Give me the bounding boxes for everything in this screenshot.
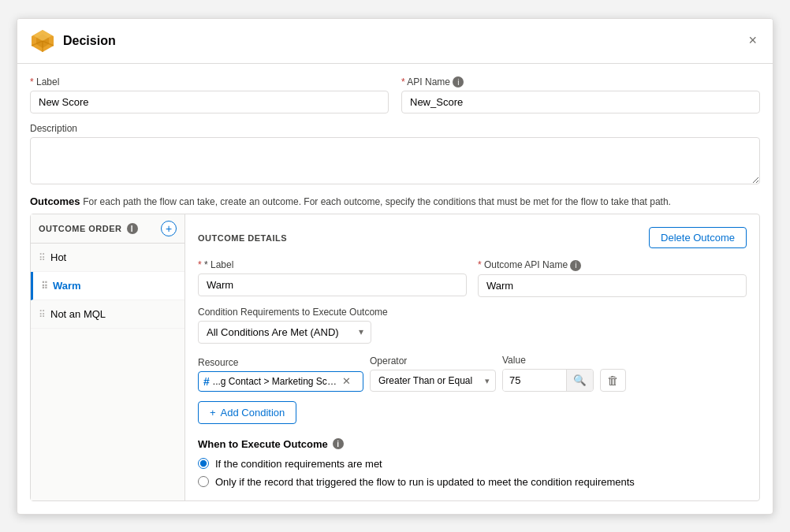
radio-item-met[interactable]: If the condition requirements are met — [198, 458, 747, 470]
sidebar-header-label: OUTCOME ORDER — [39, 224, 122, 233]
value-col: Value 🔍 — [502, 355, 594, 392]
operator-col: Operator Equals Does Not Equal Greater T… — [370, 355, 496, 392]
sidebar-label-warm: Warm — [53, 280, 81, 292]
outcome-sidebar: OUTCOME ORDER i + ⠿ Hot ⠿ Warm ⠿ Not an — [31, 214, 185, 500]
label-group: * Label — [30, 76, 389, 114]
sidebar-item-not-an-mql[interactable]: ⠿ Not an MQL — [31, 300, 184, 329]
detail-label-field-label: * * Label — [198, 259, 467, 270]
outcome-api-name-info-icon[interactable]: i — [570, 260, 581, 271]
value-search-button[interactable]: 🔍 — [566, 370, 593, 391]
label-input[interactable] — [30, 91, 389, 113]
resource-input-wrapper[interactable]: # ...g Contact > Marketing Score ✕ — [198, 371, 363, 392]
add-condition-button[interactable]: + Add Condition — [198, 401, 296, 424]
operator-label: Operator — [370, 355, 496, 366]
delete-outcome-button[interactable]: Delete Outcome — [649, 227, 747, 248]
when-to-execute-label: When to Execute Outcome i — [198, 438, 747, 450]
add-condition-plus-icon: + — [210, 407, 216, 419]
detail-label-input[interactable] — [198, 273, 467, 296]
detail-api-name-group: * Outcome API Name i — [478, 259, 747, 297]
modal-title: Decision — [63, 34, 745, 48]
condition-req-select-wrapper: All Conditions Are Met (AND) Any Conditi… — [198, 321, 371, 344]
description-label: Description — [30, 123, 760, 134]
value-label: Value — [502, 355, 594, 366]
operator-select[interactable]: Equals Does Not Equal Greater Than Great… — [370, 370, 496, 392]
sidebar-header: OUTCOME ORDER i + — [31, 214, 184, 244]
condition-req-label: Condition Requirements to Execute Outcom… — [198, 307, 747, 318]
outcomes-section: OUTCOME ORDER i + ⠿ Hot ⠿ Warm ⠿ Not an — [30, 214, 760, 501]
api-name-group: * API Name i — [401, 76, 760, 114]
when-to-execute-info-icon[interactable]: i — [333, 438, 344, 449]
close-button[interactable]: × — [745, 29, 760, 52]
radio-met-label: If the condition requirements are met — [215, 458, 382, 470]
outcomes-heading-row: Outcomes For each path the flow can take… — [30, 195, 760, 207]
sidebar-label-not-mql: Not an MQL — [50, 308, 106, 320]
detail-label-group: * * Label — [198, 259, 467, 297]
sidebar-item-warm[interactable]: ⠿ Warm — [31, 272, 184, 300]
modal-body: * Label * API Name i Description Outcome… — [17, 64, 773, 514]
sidebar-item-hot[interactable]: ⠿ Hot — [31, 244, 184, 272]
resource-text: ...g Contact > Marketing Score — [213, 376, 339, 387]
resource-label: Resource — [198, 357, 363, 368]
value-input[interactable] — [503, 370, 566, 391]
outcome-details-panel: OUTCOME DETAILS Delete Outcome * * Label… — [185, 214, 759, 500]
api-name-input[interactable] — [401, 91, 760, 113]
when-to-execute-section: When to Execute Outcome i If the conditi… — [198, 438, 747, 488]
outcome-order-info-icon[interactable]: i — [127, 223, 138, 234]
value-input-wrapper: 🔍 — [502, 369, 594, 392]
description-group: Description — [30, 123, 760, 184]
resource-clear-icon[interactable]: ✕ — [342, 375, 351, 387]
resource-hash-icon: # — [203, 375, 210, 388]
radio-met[interactable] — [198, 458, 209, 469]
drag-handle-hot-icon: ⠿ — [39, 252, 46, 263]
delete-condition-button[interactable]: 🗑 — [600, 369, 626, 392]
radio-updated[interactable] — [198, 476, 209, 487]
operator-select-wrapper: Equals Does Not Equal Greater Than Great… — [370, 370, 496, 392]
radio-item-updated[interactable]: Only if the record that triggered the fl… — [198, 476, 747, 488]
api-name-field-label: * API Name i — [401, 76, 760, 88]
label-api-row: * Label * API Name i — [30, 76, 760, 114]
radio-updated-label: Only if the record that triggered the fl… — [215, 476, 635, 488]
outcomes-description: For each path the flow can take, create … — [83, 196, 671, 207]
condition-req-group: Condition Requirements to Execute Outcom… — [198, 307, 747, 344]
drag-handle-not-mql-icon: ⠿ — [39, 309, 46, 320]
outcome-details-header: OUTCOME DETAILS Delete Outcome — [198, 227, 747, 248]
drag-handle-warm-icon: ⠿ — [41, 281, 48, 292]
label-field-label: * Label — [30, 76, 389, 87]
condition-req-select[interactable]: All Conditions Are Met (AND) Any Conditi… — [198, 321, 371, 344]
radio-group: If the condition requirements are met On… — [198, 458, 747, 488]
condition-row: Resource # ...g Contact > Marketing Scor… — [198, 355, 747, 392]
decision-logo-icon — [30, 28, 55, 54]
decision-modal: Decision × * Label * API Name i Descript… — [17, 18, 773, 515]
add-outcome-button[interactable]: + — [161, 221, 177, 236]
sidebar-label-hot: Hot — [50, 251, 66, 263]
description-textarea[interactable] — [30, 137, 760, 184]
detail-api-name-label: * Outcome API Name i — [478, 259, 747, 271]
add-condition-label: Add Condition — [221, 407, 285, 419]
outcomes-label: Outcomes — [30, 195, 80, 207]
modal-header: Decision × — [17, 19, 773, 64]
detail-label-api-row: * * Label * Outcome API Name i — [198, 259, 747, 297]
outcome-details-title: OUTCOME DETAILS — [198, 233, 287, 243]
detail-api-name-input[interactable] — [478, 274, 747, 297]
resource-col: Resource # ...g Contact > Marketing Scor… — [198, 357, 363, 392]
api-name-info-icon[interactable]: i — [453, 76, 464, 87]
